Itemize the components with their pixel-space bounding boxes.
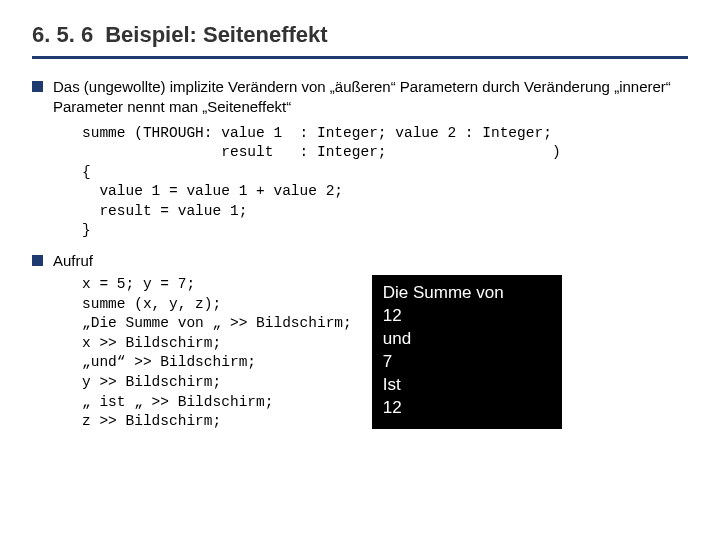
call-and-output-row: x = 5; y = 7; summe (x, y, z); „Die Summ… bbox=[82, 275, 688, 432]
heading-row: 6. 5. 6 Beispiel: Seiteneffekt bbox=[32, 22, 688, 48]
bullet-text-1: Das (ungewollte) implizite Verändern von… bbox=[53, 77, 688, 118]
section-title: Beispiel: Seiteneffekt bbox=[105, 22, 328, 48]
bullet-text-2: Aufruf bbox=[53, 251, 93, 271]
code-block-call: x = 5; y = 7; summe (x, y, z); „Die Summ… bbox=[82, 275, 352, 432]
slide: 6. 5. 6 Beispiel: Seiteneffekt Das (unge… bbox=[0, 0, 720, 540]
bullet-square-icon bbox=[32, 81, 43, 92]
code-block-definition: summe (THROUGH: value 1 : Integer; value… bbox=[82, 124, 688, 241]
bullet-square-icon bbox=[32, 255, 43, 266]
bullet-item-1: Das (ungewollte) implizite Verändern von… bbox=[32, 77, 688, 118]
bullet-item-2: Aufruf bbox=[32, 251, 688, 271]
section-number: 6. 5. 6 bbox=[32, 22, 93, 48]
output-console: Die Summe von 12 und 7 Ist 12 bbox=[372, 275, 562, 429]
horizontal-rule bbox=[32, 56, 688, 59]
